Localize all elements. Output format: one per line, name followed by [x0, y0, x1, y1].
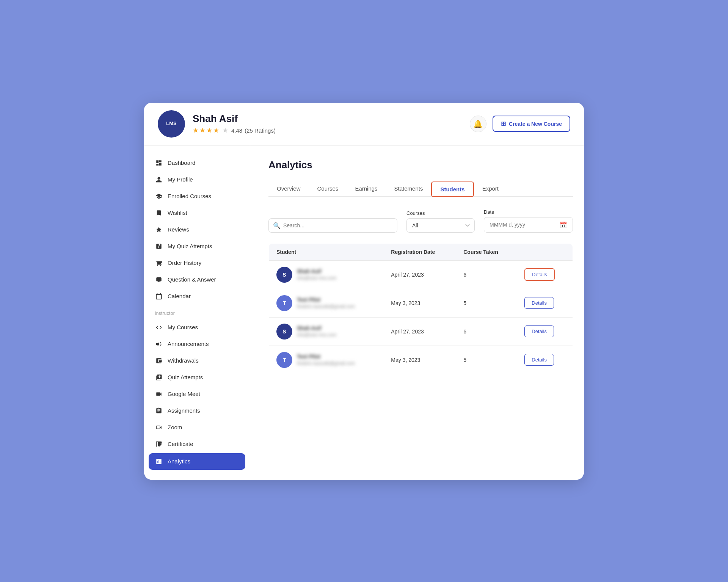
student-email: info@tutor-lms.com — [297, 275, 336, 281]
actions-cell-1: Details — [517, 289, 573, 317]
students-table: Student Registration Date Course Taken S… — [268, 243, 573, 374]
details-button[interactable]: Details — [524, 354, 554, 366]
sidebar-item-wishlist[interactable]: Wishlist — [144, 205, 250, 221]
cart-icon — [155, 259, 163, 267]
search-icon: 🔍 — [273, 222, 281, 229]
stars-empty: ★ — [222, 126, 229, 135]
student-cell-3: T Test Pilot frederic.kassulki@gmail.com — [269, 346, 384, 374]
rating-count: (25 Ratings) — [245, 127, 276, 134]
quiz2-icon — [155, 373, 163, 382]
sidebar-item-certificate[interactable]: Certificate — [144, 436, 250, 452]
details-button[interactable]: Details — [524, 268, 555, 281]
student-email: info@tutor-lms.com — [297, 332, 336, 338]
star-icon — [155, 225, 163, 234]
student-cell-0: S Shah Asif info@tutor-lms.com — [269, 260, 384, 289]
sidebar-item-zoom[interactable]: Zoom — [144, 419, 250, 436]
tab-export[interactable]: Export — [474, 181, 507, 197]
actions-cell-3: Details — [517, 346, 573, 374]
student-email: frederic.kassulki@gmail.com — [297, 304, 355, 309]
filters-row: 🔍 Courses All Date 📅 — [268, 209, 573, 233]
student-info: Test Pilot frederic.kassulki@gmail.com — [297, 354, 355, 366]
page-title: Analytics — [268, 159, 573, 171]
sidebar-item-calendar[interactable]: Calendar — [144, 288, 250, 305]
details-button[interactable]: Details — [524, 297, 554, 309]
sidebar-item-withdrawals[interactable]: Withdrawals — [144, 352, 250, 369]
reg-date-2: April 27, 2023 — [383, 317, 456, 346]
rocket-icon — [155, 323, 163, 332]
sidebar-item-my-profile[interactable]: My Profile — [144, 171, 250, 188]
analytics-icon — [155, 457, 163, 466]
courses-filter-label: Courses — [406, 210, 475, 216]
sidebar-item-question-answer[interactable]: Question & Answer — [144, 271, 250, 288]
dashboard-icon — [155, 159, 163, 167]
reg-date-0: April 27, 2023 — [383, 260, 456, 289]
sidebar-label-withdrawals: Withdrawals — [168, 357, 199, 364]
sidebar-item-reviews[interactable]: Reviews — [144, 221, 250, 238]
app-container: LMS Shah Asif ★★★★ ★ 4.48 (25 Ratings) 🔔… — [144, 103, 584, 480]
sidebar-item-dashboard[interactable]: Dashboard — [144, 155, 250, 171]
create-course-button[interactable]: ⊞ Create a New Course — [493, 116, 570, 132]
col-reg-date: Registration Date — [383, 243, 456, 260]
sidebar-item-analytics[interactable]: Analytics — [149, 453, 245, 470]
sidebar-label-zoom: Zoom — [168, 424, 182, 430]
sidebar-item-assignments[interactable]: Assignments — [144, 402, 250, 419]
header-actions: 🔔 ⊞ Create a New Course — [470, 116, 570, 132]
student-avatar: T — [276, 295, 292, 311]
sidebar-label-order-history: Order History — [168, 260, 201, 266]
student-info: Test Pilot frederic.kassulki@gmail.com — [297, 297, 355, 309]
tab-students[interactable]: Students — [431, 181, 474, 197]
sidebar-label-my-courses: My Courses — [168, 324, 198, 330]
student-cell-2: S Shah Asif info@tutor-lms.com — [269, 317, 384, 346]
megaphone-icon — [155, 340, 163, 348]
date-input-wrap: 📅 — [484, 217, 573, 233]
reg-date-3: May 3, 2023 — [383, 346, 456, 374]
sidebar-label-reviews: Reviews — [168, 226, 189, 233]
tab-overview[interactable]: Overview — [268, 181, 309, 197]
table-row: S Shah Asif info@tutor-lms.com April 27,… — [269, 317, 573, 346]
students-tbody: S Shah Asif info@tutor-lms.com April 27,… — [269, 260, 573, 374]
date-filter-group: Date 📅 — [484, 209, 573, 233]
table-header-row: Student Registration Date Course Taken — [269, 243, 573, 260]
wallet-icon — [155, 357, 163, 365]
tabs-bar: Overview Courses Earnings Statements Stu… — [268, 181, 573, 197]
student-avatar: S — [276, 324, 292, 340]
rating-value: 4.48 — [231, 127, 242, 134]
graduation-icon — [155, 192, 163, 200]
sidebar-item-my-courses[interactable]: My Courses — [144, 319, 250, 336]
student-info: Shah Asif info@tutor-lms.com — [297, 325, 336, 338]
logo-icon: LMS — [164, 116, 179, 132]
sidebar-label-calendar: Calendar — [168, 293, 191, 299]
create-course-label: Create a New Course — [509, 121, 562, 127]
svg-text:LMS: LMS — [166, 120, 177, 126]
student-avatar: T — [276, 352, 292, 368]
date-filter-label: Date — [484, 209, 573, 215]
main-layout: Dashboard My Profile Enrolled Courses Wi… — [144, 146, 584, 480]
col-student: Student — [269, 243, 384, 260]
sidebar-item-my-quiz-attempts[interactable]: My Quiz Attempts — [144, 238, 250, 255]
sidebar-item-quiz-attempts[interactable]: Quiz Attempts — [144, 369, 250, 386]
student-avatar: S — [276, 267, 292, 283]
details-button[interactable]: Details — [524, 325, 554, 337]
student-name: Test Pilot — [297, 297, 355, 303]
sidebar-item-announcements[interactable]: Announcements — [144, 336, 250, 352]
date-input[interactable] — [490, 222, 556, 228]
bookmark-icon — [155, 209, 163, 217]
tab-statements[interactable]: Statements — [386, 181, 431, 197]
instructor-section-label: Instructor — [144, 305, 250, 319]
sidebar-item-enrolled-courses[interactable]: Enrolled Courses — [144, 188, 250, 205]
bell-button[interactable]: 🔔 — [470, 116, 486, 132]
table-row: S Shah Asif info@tutor-lms.com April 27,… — [269, 260, 573, 289]
stars-full: ★★★★ — [193, 126, 220, 135]
sidebar-label-announcements: Announcements — [168, 341, 209, 347]
sidebar-label-enrolled-courses: Enrolled Courses — [168, 193, 211, 199]
sidebar-item-order-history[interactable]: Order History — [144, 255, 250, 271]
search-input[interactable] — [268, 218, 397, 233]
courses-select[interactable]: All — [406, 218, 475, 233]
tab-earnings[interactable]: Earnings — [347, 181, 386, 197]
tab-courses[interactable]: Courses — [309, 181, 347, 197]
sidebar-label-google-meet: Google Meet — [168, 391, 200, 397]
actions-cell-2: Details — [517, 317, 573, 346]
sidebar-item-google-meet[interactable]: Google Meet — [144, 386, 250, 402]
person-icon — [155, 175, 163, 184]
reg-date-1: May 3, 2023 — [383, 289, 456, 317]
